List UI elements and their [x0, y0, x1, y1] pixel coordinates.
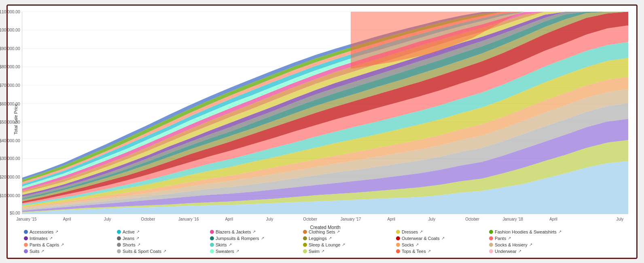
chart-container: Total Sale Price [6, 4, 638, 259]
legend-label-jumpsuits: Jumpsuits & Rompers [216, 236, 259, 241]
legend-item-skirts: Skirts ↗ [210, 242, 295, 247]
x-axis-area [22, 214, 628, 226]
svg-text:$90,000.00: $90,000.00 [0, 46, 20, 50]
legend-row-2: Intimates ↗ Jeans ↗ Jumpsuits & Rompers … [24, 236, 628, 241]
legend-area: Accessories ↗ Active ↗ Blazers & Jackets… [12, 226, 628, 254]
legend-item-tops-tees: Tops & Tees ↗ [396, 249, 481, 254]
svg-text:$70,000.00: $70,000.00 [0, 82, 20, 87]
legend-item-sleep-lounge: Sleep & Lounge ↗ [303, 242, 388, 247]
legend-dot-skirts [210, 243, 214, 247]
legend-label-clothing-sets: Clothing Sets [309, 229, 335, 234]
legend-item-swim: Swim ↗ [303, 249, 388, 254]
legend-label-leggings: Leggings [309, 236, 327, 241]
legend-dot-socks-hosiery [489, 243, 493, 247]
legend-dot-sweaters [210, 249, 214, 253]
legend-dot-pants-capris [24, 243, 28, 247]
legend-dot-accessories [24, 230, 28, 234]
legend-item-dresses: Dresses ↗ [396, 229, 481, 234]
plot-area: $110,000.00 $100,000.00 $90,000.00 $80,0… [22, 12, 628, 214]
legend-row-3: Pants & Capris ↗ Shorts ↗ Skirts ↗ Sleep… [24, 242, 628, 247]
legend-item-outerwear: Outerwear & Coats ↗ [396, 236, 481, 241]
svg-text:$30,000.00: $30,000.00 [0, 156, 20, 161]
legend-item-accessories: Accessories ↗ [24, 229, 109, 234]
legend-dot-dresses [396, 230, 400, 234]
legend-item-socks: Socks ↗ [396, 242, 481, 247]
legend-dot-underwear [489, 249, 493, 253]
legend-label-fashion-hoodies: Fashion Hoodies & Sweatshirts [495, 229, 557, 234]
legend-item-sweaters: Sweaters ↗ [210, 249, 295, 254]
legend-item-leggings: Leggings ↗ [303, 236, 388, 241]
legend-label-active: Active [123, 229, 135, 234]
svg-text:$60,000.00: $60,000.00 [0, 101, 20, 106]
legend-label-outerwear: Outerwear & Coats [402, 236, 440, 241]
legend-label-shorts: Shorts [123, 242, 136, 247]
legend-row-4: Suits ↗ Suits & Sport Coats ↗ Sweaters ↗… [24, 249, 628, 254]
legend-dot-clothing-sets [303, 230, 307, 234]
legend-row-1: Accessories ↗ Active ↗ Blazers & Jackets… [24, 229, 628, 234]
legend-label-swim: Swim [309, 249, 320, 254]
legend-dot-intimates [24, 236, 28, 240]
svg-text:$100,000.00: $100,000.00 [0, 27, 20, 32]
svg-text:$0.00: $0.00 [10, 210, 20, 215]
legend-item-clothing-sets: Clothing Sets ↗ [303, 229, 388, 234]
legend-dot-outerwear [396, 236, 400, 240]
legend-item-suits-sport: Suits & Sport Coats ↗ [117, 249, 202, 254]
legend-item-intimates: Intimates ↗ [24, 236, 109, 241]
svg-text:$10,000.00: $10,000.00 [0, 193, 20, 198]
legend-label-socks-hosiery: Socks & Hosiery [495, 242, 527, 247]
svg-text:$110,000.00: $110,000.00 [0, 9, 20, 14]
legend-label-jeans: Jeans [123, 236, 134, 241]
legend-label-suits-sport: Suits & Sport Coats [123, 249, 161, 254]
legend-label-sweaters: Sweaters [216, 249, 234, 254]
legend-item-pants-capris: Pants & Capris ↗ [24, 242, 109, 247]
legend-dot-socks [396, 243, 400, 247]
legend-label-tops-tees: Tops & Tees [402, 249, 426, 254]
legend-dot-jeans [117, 236, 121, 240]
legend-dot-jumpsuits [210, 236, 214, 240]
legend-label-pants-capris: Pants & Capris [30, 242, 59, 247]
legend-label-underwear: Underwear [495, 249, 517, 254]
chart-svg: $110,000.00 $100,000.00 $90,000.00 $80,0… [22, 12, 628, 214]
legend-dot-pants [489, 236, 493, 240]
legend-dot-shorts [117, 243, 121, 247]
legend-item-active: Active ↗ [117, 229, 202, 234]
legend-label-sleep-lounge: Sleep & Lounge [309, 242, 340, 247]
svg-text:$80,000.00: $80,000.00 [0, 64, 20, 69]
legend-label-accessories: Accessories [30, 229, 53, 234]
legend-label-intimates: Intimates [30, 236, 48, 241]
legend-item-fashion-hoodies: Fashion Hoodies & Sweatshirts ↗ [489, 229, 574, 234]
legend-label-skirts: Skirts [216, 242, 227, 247]
legend-item-suits: Suits ↗ [24, 249, 109, 254]
legend-item-socks-hosiery: Socks & Hosiery ↗ [489, 242, 574, 247]
legend-label-dresses: Dresses [402, 229, 418, 234]
legend-dot-leggings [303, 236, 307, 240]
legend-item-blazers: Blazers & Jackets ↗ [210, 229, 295, 234]
legend-dot-active [117, 230, 121, 234]
legend-item-underwear: Underwear ↗ [489, 249, 574, 254]
legend-dot-swim [303, 249, 307, 253]
legend-label-blazers: Blazers & Jackets [216, 229, 251, 234]
legend-dot-tops-tees [396, 249, 400, 253]
legend-item-jumpsuits: Jumpsuits & Rompers ↗ [210, 236, 295, 241]
legend-label-pants: Pants [495, 236, 506, 241]
legend-dot-suits [24, 249, 28, 253]
svg-text:$20,000.00: $20,000.00 [0, 174, 20, 179]
legend-item-jeans: Jeans ↗ [117, 236, 202, 241]
svg-text:$40,000.00: $40,000.00 [0, 138, 20, 143]
legend-item-shorts: Shorts ↗ [117, 242, 202, 247]
legend-label-socks: Socks [402, 242, 414, 247]
legend-dot-blazers [210, 230, 214, 234]
legend-label-suits: Suits [30, 249, 39, 254]
legend-dot-fashion-hoodies [489, 230, 493, 234]
legend-dot-sleep-lounge [303, 243, 307, 247]
svg-text:$50,000.00: $50,000.00 [0, 119, 20, 124]
legend-dot-suits-sport [117, 249, 121, 253]
legend-item-pants: Pants ↗ [489, 236, 574, 241]
